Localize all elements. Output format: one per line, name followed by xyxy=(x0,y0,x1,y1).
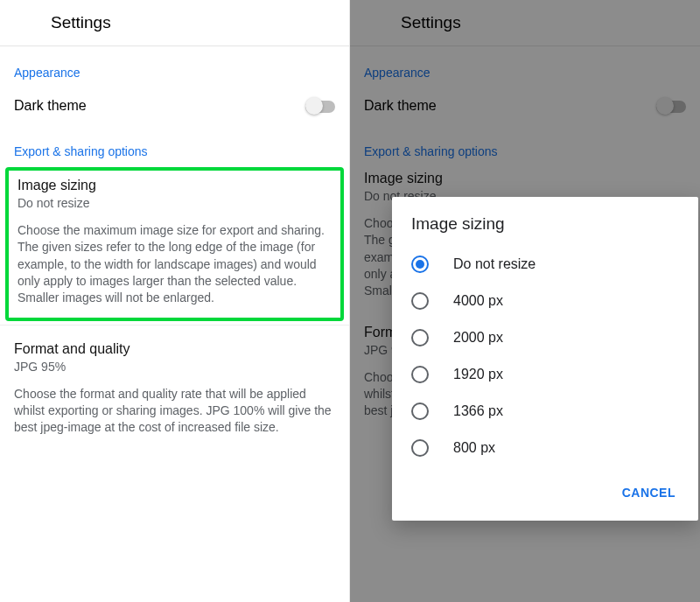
format-title: Format and quality xyxy=(14,341,335,357)
option-label: Do not resize xyxy=(453,256,536,272)
header: Settings xyxy=(0,0,349,46)
radio-icon xyxy=(411,256,429,273)
dark-theme-row[interactable]: Dark theme xyxy=(0,87,349,125)
radio-icon xyxy=(411,439,429,457)
option-label: 4000 px xyxy=(453,293,503,309)
dark-theme-label-bg: Dark theme xyxy=(364,98,437,114)
image-sizing-title-bg: Image sizing xyxy=(364,171,686,186)
option-1920px[interactable]: 1920 px xyxy=(392,356,698,393)
dialog-title: Image sizing xyxy=(392,197,698,246)
option-2000px[interactable]: 2000 px xyxy=(392,319,698,356)
settings-screen-left: Settings Appearance Dark theme Export & … xyxy=(0,0,350,602)
page-title: Settings xyxy=(51,13,111,32)
radio-icon xyxy=(411,402,429,420)
format-quality-pref[interactable]: Format and quality JPG 95% Choose the fo… xyxy=(0,331,349,451)
image-sizing-value: Do not resize xyxy=(18,196,332,210)
image-sizing-title: Image sizing xyxy=(18,178,332,193)
option-do-not-resize[interactable]: Do not resize xyxy=(392,246,698,283)
option-800px[interactable]: 800 px xyxy=(392,430,698,466)
divider xyxy=(0,325,349,326)
dark-theme-toggle-bg xyxy=(656,97,686,115)
image-sizing-pref[interactable]: Image sizing Do not resize Choose the ma… xyxy=(5,167,344,321)
option-label: 1366 px xyxy=(453,403,503,419)
page-title-bg: Settings xyxy=(401,13,461,32)
section-appearance-label: Appearance xyxy=(0,46,349,87)
radio-icon xyxy=(411,292,429,310)
format-desc: Choose the format and quality rate that … xyxy=(14,386,335,437)
format-value: JPG 95% xyxy=(14,360,335,374)
dark-theme-label: Dark theme xyxy=(14,98,87,114)
image-sizing-desc: Choose the maximum image size for export… xyxy=(18,222,332,307)
header-bg: Settings xyxy=(350,0,700,46)
section-export-label: Export & sharing options xyxy=(0,125,349,165)
radio-icon xyxy=(411,329,429,346)
image-sizing-dialog: Image sizing Do not resize 4000 px 2000 … xyxy=(392,197,698,521)
dark-theme-toggle[interactable] xyxy=(305,97,335,115)
option-label: 800 px xyxy=(453,440,495,456)
cancel-button[interactable]: CANCEL xyxy=(613,479,684,507)
dark-theme-row-bg: Dark theme xyxy=(350,87,700,125)
dialog-actions: CANCEL xyxy=(392,466,698,517)
option-label: 2000 px xyxy=(453,330,503,346)
option-label: 1920 px xyxy=(453,367,503,382)
section-appearance-label-bg: Appearance xyxy=(350,46,700,87)
option-4000px[interactable]: 4000 px xyxy=(392,283,698,319)
section-export-label-bg: Export & sharing options xyxy=(350,125,700,165)
radio-icon xyxy=(411,366,429,383)
option-1366px[interactable]: 1366 px xyxy=(392,393,698,430)
